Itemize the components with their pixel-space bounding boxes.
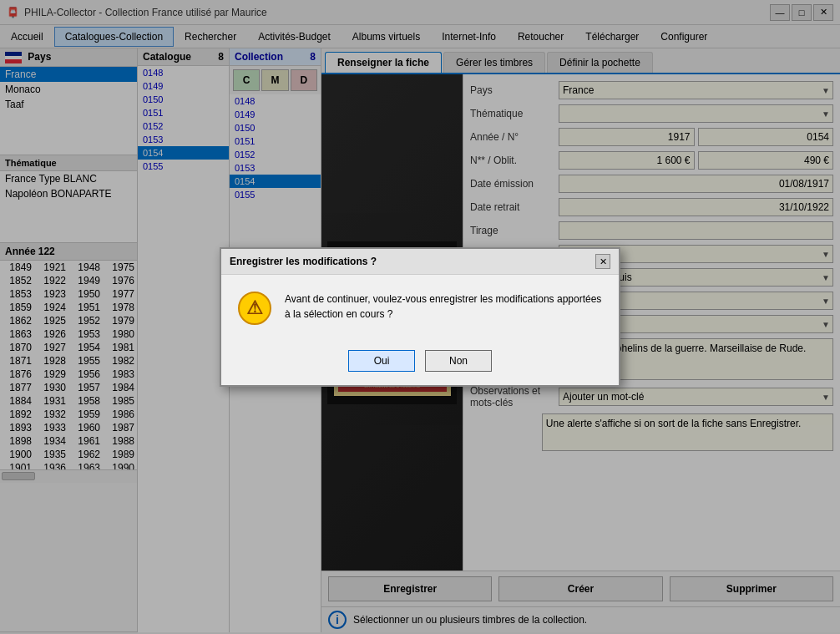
modal-dialog: Enregistrer les modifications ? ✕ ⚠ Avan…	[220, 247, 620, 387]
modal-body: ⚠ Avant de continuer, voulez-vous enregi…	[221, 275, 619, 342]
modal-close-button[interactable]: ✕	[595, 254, 610, 269]
modal-titlebar: Enregistrer les modifications ? ✕	[221, 249, 619, 275]
modal-oui-button[interactable]: Oui	[348, 350, 415, 372]
modal-message: Avant de continuer, voulez-vous enregist…	[285, 292, 601, 322]
modal-non-button[interactable]: Non	[425, 350, 492, 372]
modal-warning-icon: ⚠	[238, 292, 271, 325]
modal-buttons: Oui Non	[221, 342, 619, 385]
modal-title: Enregistrer les modifications ?	[230, 256, 377, 267]
modal-overlay: Enregistrer les modifications ? ✕ ⚠ Avan…	[0, 0, 840, 634]
